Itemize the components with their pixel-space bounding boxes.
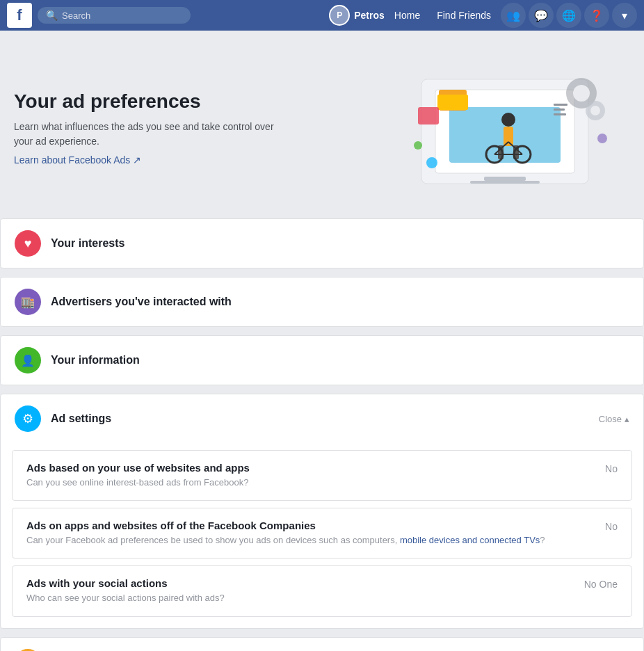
your-information-section: 👤 Your information xyxy=(0,335,644,385)
ad-settings-section: ⚙ Ad settings Close ▴ Ads based on your … xyxy=(0,394,644,629)
interests-title: Your interests xyxy=(51,237,629,250)
navbar-right: P Petros Home Find Friends 👥 💬 🌐 ❓ ▾ xyxy=(329,3,637,28)
ad-setting-social-info: Ads with your social actions Who can see… xyxy=(26,577,584,604)
advertisers-title: Advertisers you've interacted with xyxy=(51,296,629,308)
ad-settings-icon: ⚙ xyxy=(15,405,41,432)
your-information-title: Your information xyxy=(51,354,629,367)
svg-rect-25 xyxy=(484,177,526,181)
hero-illustration xyxy=(380,65,630,191)
ad-setting-websites-title: Ads based on your use of websites and ap… xyxy=(26,462,591,474)
user-profile-button[interactable]: P Petros xyxy=(329,5,385,26)
ad-setting-social-desc: Who can see your social actions paired w… xyxy=(26,592,570,604)
svg-rect-22 xyxy=(554,104,567,106)
messenger-icon-button[interactable]: 💬 xyxy=(529,3,554,28)
facebook-logo[interactable]: f xyxy=(7,3,32,28)
ad-setting-offsite[interactable]: Ads on apps and websites off of the Face… xyxy=(12,508,632,558)
messenger-icon: 💬 xyxy=(534,9,548,22)
ad-setting-offsite-info: Ads on apps and websites off of the Face… xyxy=(26,520,605,547)
close-label: Close xyxy=(599,414,622,424)
advertisers-section: 🏬 Advertisers you've interacted with xyxy=(0,277,644,327)
heart-icon: ♥ xyxy=(24,236,32,251)
ad-setting-offsite-title: Ads on apps and websites off of the Face… xyxy=(26,520,591,531)
ad-setting-websites-value: No xyxy=(605,462,618,474)
svg-point-7 xyxy=(414,141,422,150)
advertisers-icon: 🏬 xyxy=(15,289,41,315)
arrow-down-icon: ▾ xyxy=(622,9,627,22)
your-information-icon: 👤 xyxy=(15,347,41,373)
ad-settings-body: Ads based on your use of websites and ap… xyxy=(1,450,643,628)
svg-point-6 xyxy=(426,157,437,168)
globe-icon: 🌐 xyxy=(562,9,576,22)
store-icon: 🏬 xyxy=(21,296,35,309)
hero-description: Learn what influences the ads you see an… xyxy=(14,120,278,149)
ad-setting-websites-desc: Can you see online interest-based ads fr… xyxy=(26,476,591,489)
hide-ad-topics-header[interactable]: ⊘ Hide ad topics xyxy=(1,638,643,651)
page-wrapper: Your ad preferences Learn what influence… xyxy=(0,31,644,651)
svg-point-5 xyxy=(590,106,600,115)
interests-icon: ♥ xyxy=(15,230,41,257)
ad-setting-websites-info: Ads based on your use of websites and ap… xyxy=(26,462,605,489)
home-link[interactable]: Home xyxy=(387,6,427,25)
find-friends-link[interactable]: Find Friends xyxy=(430,6,498,25)
ad-settings-header[interactable]: ⚙ Ad settings Close ▴ xyxy=(1,394,643,443)
hero-text: Your ad preferences Learn what influence… xyxy=(14,90,278,166)
hide-ad-topics-section: ⊘ Hide ad topics xyxy=(0,637,644,651)
person-icon: 👤 xyxy=(21,354,35,367)
advertisers-header[interactable]: 🏬 Advertisers you've interacted with xyxy=(1,278,643,326)
help-icon-button[interactable]: ❓ xyxy=(584,3,609,28)
learn-about-ads-link[interactable]: Learn about Facebook Ads ↗ xyxy=(14,154,141,166)
svg-rect-24 xyxy=(554,113,566,115)
svg-rect-23 xyxy=(554,108,565,111)
globe-icon-button[interactable]: 🌐 xyxy=(556,3,581,28)
search-input[interactable] xyxy=(62,10,182,21)
svg-rect-26 xyxy=(470,181,540,184)
hero-section: Your ad preferences Learn what influence… xyxy=(0,45,644,204)
page-title: Your ad preferences xyxy=(14,90,278,113)
learn-link-label: Learn about Facebook Ads xyxy=(14,154,130,166)
interests-header[interactable]: ♥ Your interests xyxy=(1,219,643,268)
ad-setting-social[interactable]: Ads with your social actions Who can see… xyxy=(12,565,632,616)
svg-point-8 xyxy=(597,134,607,143)
ad-settings-title: Ad settings xyxy=(51,412,589,425)
svg-rect-11 xyxy=(504,127,513,146)
dropdown-arrow-button[interactable]: ▾ xyxy=(612,3,637,28)
ad-setting-websites[interactable]: Ads based on your use of websites and ap… xyxy=(12,450,632,501)
mobile-devices-link[interactable]: mobile devices and connected TVs xyxy=(400,535,540,545)
hide-ad-topics-icon: ⊘ xyxy=(15,649,41,651)
username-label: Petros xyxy=(354,10,385,21)
close-action[interactable]: Close ▴ xyxy=(599,414,629,424)
svg-rect-20 xyxy=(437,95,468,110)
search-bar[interactable]: 🔍 xyxy=(38,7,191,24)
external-link-icon: ↗ xyxy=(133,154,141,166)
search-icon: 🔍 xyxy=(46,10,58,21)
svg-point-10 xyxy=(501,113,515,127)
ad-setting-offsite-value: No xyxy=(605,520,618,532)
sections-list: ♥ Your interests 🏬 Advertisers you've in… xyxy=(0,218,644,651)
ad-setting-offsite-desc: Can your Facebook ad preferences be used… xyxy=(26,534,591,547)
ad-setting-social-title: Ads with your social actions xyxy=(26,577,570,589)
svg-rect-21 xyxy=(418,107,439,124)
navbar: f 🔍 P Petros Home Find Friends 👥 💬 🌐 ❓ ▾ xyxy=(0,0,644,31)
help-icon: ❓ xyxy=(590,9,604,22)
interests-section: ♥ Your interests xyxy=(0,218,644,268)
your-information-header[interactable]: 👤 Your information xyxy=(1,336,643,385)
ad-setting-social-value: No One xyxy=(584,577,618,590)
friends-icon-button[interactable]: 👥 xyxy=(501,3,526,28)
svg-point-3 xyxy=(573,85,590,102)
avatar: P xyxy=(329,5,350,26)
chevron-up-icon: ▴ xyxy=(625,414,629,424)
gear-icon: ⚙ xyxy=(22,411,33,426)
friends-icon: 👥 xyxy=(506,9,520,22)
